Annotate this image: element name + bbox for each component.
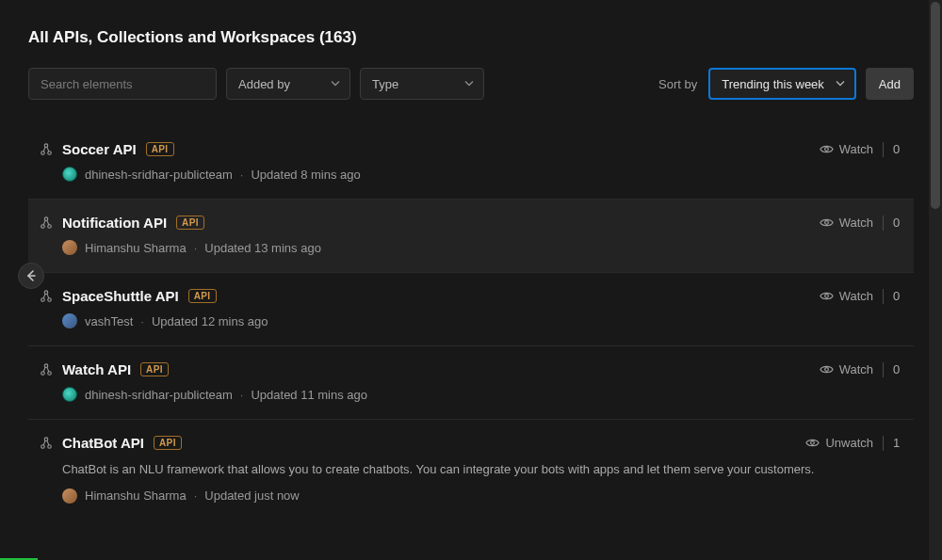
svg-point-5 bbox=[824, 148, 828, 152]
watch-button[interactable]: Watch bbox=[820, 289, 873, 303]
divider bbox=[883, 142, 884, 157]
watch-count: 0 bbox=[893, 216, 902, 230]
added-by-select[interactable]: Added by bbox=[226, 68, 350, 100]
svg-point-12 bbox=[44, 290, 48, 294]
watch-button[interactable]: Watch bbox=[820, 142, 873, 156]
watch-button[interactable]: Unwatch bbox=[805, 436, 873, 450]
eye-icon bbox=[805, 436, 820, 450]
api-badge: API bbox=[154, 436, 182, 450]
svg-line-27 bbox=[43, 440, 45, 445]
svg-line-9 bbox=[43, 220, 45, 225]
svg-point-17 bbox=[824, 295, 828, 298]
svg-point-11 bbox=[824, 221, 828, 225]
watch-label: Watch bbox=[839, 362, 873, 376]
api-badge: API bbox=[188, 289, 217, 303]
list-item[interactable]: Soccer APIAPIWatch0dhinesh-sridhar-publi… bbox=[28, 126, 914, 200]
list-item[interactable]: ChatBot APIAPIUnwatch1ChatBot is an NLU … bbox=[28, 420, 914, 520]
back-button[interactable] bbox=[18, 263, 44, 289]
svg-point-0 bbox=[44, 143, 48, 147]
chevron-down-icon bbox=[464, 77, 474, 91]
watch-count: 0 bbox=[893, 142, 902, 156]
list-item[interactable]: Notification APIAPIWatch0Himanshu Sharma… bbox=[28, 200, 914, 273]
api-icon bbox=[40, 363, 53, 376]
svg-point-23 bbox=[824, 368, 828, 372]
author-name: vashTest bbox=[85, 314, 133, 328]
api-icon bbox=[40, 143, 53, 156]
svg-point-13 bbox=[41, 297, 45, 301]
api-badge: API bbox=[146, 142, 174, 156]
api-badge: API bbox=[140, 362, 169, 376]
author-name: Himanshu Sharma bbox=[85, 488, 187, 503]
api-icon bbox=[40, 290, 53, 303]
svg-point-29 bbox=[811, 441, 815, 445]
type-select[interactable]: Type bbox=[360, 68, 484, 100]
watch-button[interactable]: Watch bbox=[820, 362, 873, 376]
separator-dot: · bbox=[240, 168, 244, 182]
watch-count: 1 bbox=[893, 436, 902, 450]
svg-line-22 bbox=[47, 367, 49, 372]
avatar bbox=[62, 387, 77, 402]
api-icon bbox=[40, 216, 53, 230]
svg-point-1 bbox=[41, 151, 45, 154]
svg-point-2 bbox=[48, 151, 52, 154]
scrollbar[interactable] bbox=[929, 0, 942, 560]
watch-label: Watch bbox=[839, 289, 873, 303]
eye-icon bbox=[820, 216, 834, 230]
add-button[interactable]: Add bbox=[866, 68, 914, 100]
watch-label: Watch bbox=[839, 142, 873, 156]
svg-point-25 bbox=[41, 444, 45, 448]
eye-icon bbox=[820, 362, 834, 376]
watch-button[interactable]: Watch bbox=[820, 216, 873, 230]
sort-by-label: Sort by bbox=[658, 77, 697, 91]
divider bbox=[883, 289, 884, 304]
eye-icon bbox=[820, 142, 834, 156]
svg-line-28 bbox=[47, 440, 49, 445]
svg-point-18 bbox=[44, 363, 48, 367]
item-description: ChatBot is an NLU framework that allows … bbox=[62, 460, 902, 479]
avatar bbox=[62, 488, 77, 504]
watch-count: 0 bbox=[893, 289, 902, 303]
separator-dot: · bbox=[240, 388, 244, 402]
updated-timestamp: Updated 8 mins ago bbox=[251, 168, 360, 182]
divider bbox=[883, 436, 884, 451]
arrow-left-icon bbox=[24, 269, 38, 282]
sort-selected: Trending this week bbox=[722, 77, 824, 91]
list-item[interactable]: Watch APIAPIWatch0dhinesh-sridhar-public… bbox=[28, 346, 914, 420]
api-badge: API bbox=[176, 216, 204, 230]
page-title: All APIs, Collections and Workspaces (16… bbox=[28, 28, 914, 47]
updated-timestamp: Updated 13 mins ago bbox=[204, 241, 321, 255]
chevron-down-icon bbox=[836, 77, 845, 91]
watch-count: 0 bbox=[893, 362, 902, 376]
avatar bbox=[62, 167, 77, 182]
api-list: Soccer APIAPIWatch0dhinesh-sridhar-publi… bbox=[28, 126, 914, 520]
svg-point-7 bbox=[41, 224, 45, 228]
watch-label: Unwatch bbox=[825, 436, 873, 450]
avatar bbox=[62, 313, 77, 328]
svg-point-19 bbox=[41, 371, 45, 375]
author-name: dhinesh-sridhar-publicteam bbox=[85, 168, 233, 182]
type-label: Type bbox=[372, 77, 398, 91]
search-input[interactable] bbox=[28, 68, 217, 100]
svg-point-6 bbox=[44, 216, 48, 220]
svg-point-14 bbox=[48, 297, 52, 301]
controls-row: Added by Type Sort by Trending this week… bbox=[28, 68, 914, 100]
separator-dot: · bbox=[140, 314, 144, 328]
separator-dot: · bbox=[194, 488, 198, 503]
svg-line-10 bbox=[47, 220, 49, 225]
divider bbox=[883, 216, 884, 231]
updated-timestamp: Updated 11 mins ago bbox=[251, 388, 367, 402]
list-item[interactable]: SpaceShuttle APIAPIWatch0vashTest·Update… bbox=[28, 273, 914, 346]
svg-point-24 bbox=[44, 437, 48, 440]
author-name: Himanshu Sharma bbox=[85, 241, 187, 255]
item-title: Watch API bbox=[62, 361, 131, 377]
svg-line-21 bbox=[43, 367, 45, 372]
item-title: SpaceShuttle API bbox=[62, 288, 179, 304]
sort-select[interactable]: Trending this week bbox=[708, 68, 856, 100]
updated-timestamp: Updated 12 mins ago bbox=[152, 314, 268, 328]
svg-line-3 bbox=[43, 147, 45, 152]
watch-label: Watch bbox=[839, 216, 873, 230]
item-title: Soccer API bbox=[62, 141, 137, 157]
item-title: Notification API bbox=[62, 215, 167, 231]
scrollbar-thumb[interactable] bbox=[931, 2, 940, 209]
item-title: ChatBot API bbox=[62, 435, 144, 451]
